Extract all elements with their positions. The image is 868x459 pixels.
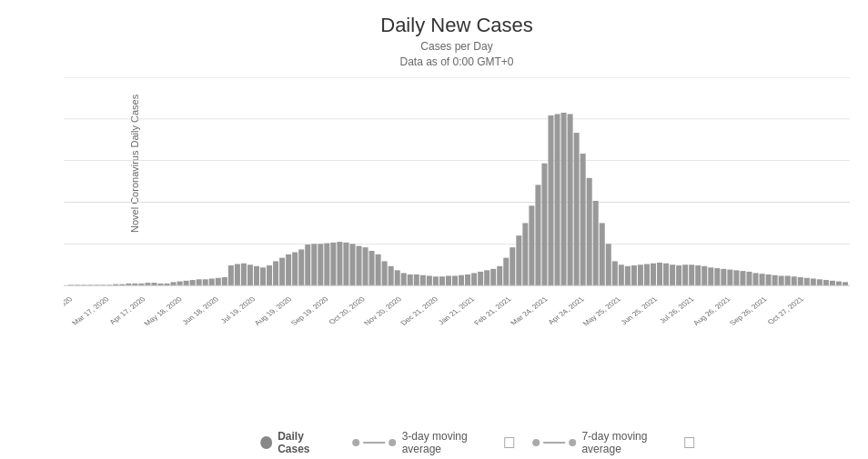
- svg-rect-108: [682, 264, 688, 285]
- svg-rect-106: [670, 264, 675, 285]
- svg-rect-112: [708, 267, 713, 285]
- chart-svg: 0 100k 200k 300k 400k 500k: [64, 77, 850, 327]
- svg-rect-34: [209, 278, 215, 285]
- svg-text:Jun 25, 2021: Jun 25, 2021: [620, 294, 660, 325]
- svg-rect-50: [311, 244, 317, 285]
- svg-text:Sep 19, 2020: Sep 19, 2020: [289, 294, 331, 326]
- legend-ma7-line: [543, 442, 565, 444]
- svg-text:Dec 21, 2020: Dec 21, 2020: [399, 294, 440, 326]
- svg-rect-63: [395, 270, 400, 285]
- svg-rect-76: [478, 271, 483, 284]
- svg-rect-65: [408, 274, 413, 285]
- svg-rect-62: [389, 265, 394, 284]
- legend-ma7-dot: [532, 439, 540, 446]
- svg-rect-41: [254, 265, 259, 284]
- svg-rect-72: [452, 275, 458, 285]
- svg-rect-70: [439, 276, 445, 285]
- svg-rect-57: [356, 245, 361, 285]
- svg-rect-96: [606, 244, 611, 285]
- svg-rect-51: [318, 244, 323, 285]
- svg-rect-107: [676, 265, 681, 285]
- svg-rect-52: [324, 243, 329, 285]
- svg-rect-109: [689, 264, 694, 285]
- svg-rect-46: [286, 254, 291, 284]
- svg-rect-85: [535, 185, 540, 285]
- svg-rect-77: [484, 270, 490, 285]
- svg-rect-42: [260, 267, 266, 285]
- svg-rect-73: [459, 274, 464, 284]
- svg-rect-28: [171, 282, 177, 285]
- svg-rect-102: [644, 264, 650, 285]
- chart-legend: Daily Cases 3-day moving average 7-day m…: [260, 430, 694, 455]
- svg-rect-130: [823, 280, 829, 285]
- svg-rect-92: [580, 154, 586, 285]
- svg-text:Feb 21, 2021: Feb 21, 2021: [472, 294, 513, 325]
- svg-rect-105: [663, 263, 669, 284]
- legend-ma3-line: [364, 442, 386, 444]
- svg-rect-125: [792, 276, 797, 285]
- svg-rect-83: [522, 223, 528, 285]
- svg-text:Mar 24, 2021: Mar 24, 2021: [509, 294, 550, 325]
- svg-text:Oct 20, 2020: Oct 20, 2020: [327, 294, 367, 325]
- svg-rect-47: [292, 252, 298, 285]
- chart-area: 0 100k 200k 300k 400k 500k: [64, 77, 850, 327]
- svg-rect-54: [337, 242, 342, 285]
- svg-rect-66: [414, 274, 419, 285]
- svg-rect-89: [561, 113, 567, 285]
- svg-text:Mar 17, 2020: Mar 17, 2020: [70, 294, 111, 325]
- svg-rect-121: [766, 274, 772, 285]
- svg-text:Aug 26, 2021: Aug 26, 2021: [691, 294, 733, 326]
- svg-text:May 25, 2021: May 25, 2021: [581, 294, 623, 326]
- svg-rect-100: [631, 265, 637, 285]
- legend-ma3-dot2: [389, 439, 397, 446]
- svg-rect-119: [753, 273, 759, 285]
- svg-rect-88: [554, 114, 560, 285]
- svg-rect-129: [817, 279, 823, 285]
- svg-text:Apr 24, 2021: Apr 24, 2021: [547, 294, 587, 325]
- svg-rect-115: [727, 269, 732, 285]
- legend-ma3-checkbox[interactable]: [504, 437, 514, 448]
- chart-subtitle: Cases per Day Data as of 0:00 GMT+0: [64, 39, 850, 70]
- svg-rect-114: [721, 268, 726, 284]
- svg-rect-44: [273, 261, 278, 285]
- svg-rect-118: [746, 271, 752, 284]
- svg-rect-98: [619, 264, 624, 285]
- svg-rect-30: [184, 280, 189, 284]
- svg-rect-131: [830, 280, 835, 284]
- svg-rect-35: [216, 277, 221, 284]
- legend-daily-cases: Daily Cases: [260, 430, 334, 455]
- svg-text:Jul 26, 2021: Jul 26, 2021: [658, 294, 696, 324]
- svg-rect-127: [804, 277, 810, 284]
- svg-rect-31: [190, 280, 196, 285]
- svg-rect-43: [267, 265, 272, 285]
- legend-ma3-dot: [353, 439, 360, 446]
- svg-rect-86: [541, 163, 547, 284]
- svg-rect-64: [401, 273, 407, 285]
- svg-rect-126: [798, 277, 803, 285]
- legend-ma7-dot2: [569, 439, 576, 446]
- svg-rect-55: [343, 242, 348, 284]
- svg-rect-61: [382, 261, 388, 285]
- svg-rect-49: [305, 244, 310, 285]
- svg-rect-103: [651, 263, 656, 284]
- svg-text:Jan 21, 2021: Jan 21, 2021: [437, 294, 477, 325]
- legend-ma7-checkbox[interactable]: [684, 437, 694, 448]
- svg-rect-36: [222, 277, 227, 285]
- svg-rect-117: [740, 271, 745, 285]
- svg-rect-101: [638, 264, 643, 285]
- svg-rect-80: [503, 257, 509, 285]
- svg-rect-122: [772, 274, 778, 284]
- svg-rect-56: [349, 244, 355, 285]
- svg-rect-99: [625, 265, 631, 284]
- svg-rect-120: [760, 274, 765, 285]
- svg-rect-59: [369, 251, 375, 285]
- legend-ma3-label: 3-day moving average: [402, 430, 500, 455]
- svg-text:Jun 18, 2020: Jun 18, 2020: [180, 294, 220, 325]
- svg-rect-45: [279, 257, 285, 285]
- svg-rect-58: [363, 247, 368, 285]
- svg-rect-95: [600, 223, 605, 285]
- svg-rect-29: [177, 281, 183, 285]
- svg-text:Jul 19, 2020: Jul 19, 2020: [219, 294, 257, 324]
- svg-rect-24: [145, 283, 150, 285]
- svg-rect-94: [593, 201, 599, 285]
